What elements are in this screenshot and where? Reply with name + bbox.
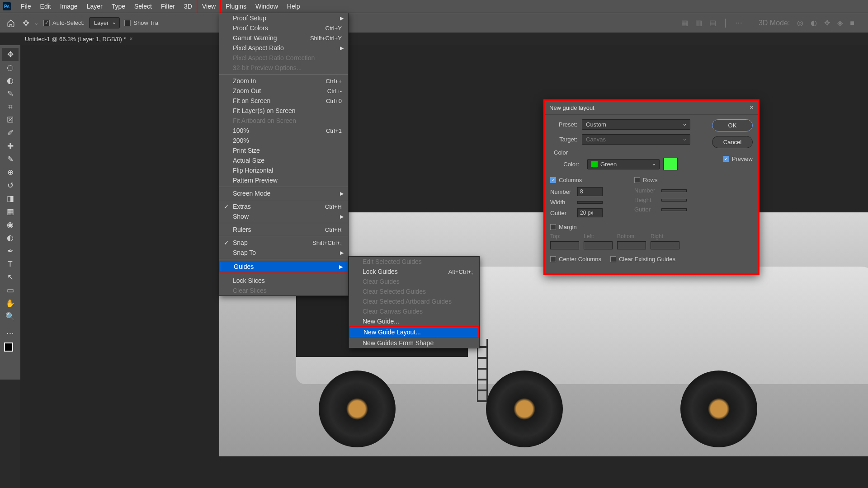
preview-checkbox[interactable] xyxy=(723,156,729,162)
blur-tool[interactable]: ◉ xyxy=(2,218,19,231)
menu-item-label: 200% xyxy=(233,137,249,144)
menu-file[interactable]: File xyxy=(16,0,36,13)
lasso-tool[interactable]: ◐ xyxy=(2,74,19,87)
align-icon[interactable]: ⋯ xyxy=(735,19,742,27)
guides-submenu-item-new-guide-[interactable]: New Guide... xyxy=(349,316,479,326)
view-menu-item-proof-setup[interactable]: Proof Setup▶ xyxy=(219,13,348,23)
align-icon[interactable]: ▥ xyxy=(695,19,702,27)
history-brush-tool[interactable]: ↺ xyxy=(2,179,19,192)
clone-stamp-tool[interactable]: ⊕ xyxy=(2,166,19,179)
document-tab[interactable]: Untitled-1 @ 66.3% (Layer 1, RGB/8) * × xyxy=(20,33,137,45)
view-menu-item-lock-slices[interactable]: Lock Slices xyxy=(219,276,348,286)
crop-tool[interactable]: ⌗ xyxy=(2,100,19,113)
margin-checkbox[interactable] xyxy=(550,224,556,230)
frame-tool[interactable]: ☒ xyxy=(2,113,19,127)
guides-submenu-item-new-guide-layout-[interactable]: New Guide Layout... xyxy=(349,326,479,338)
view-menu-item-snap[interactable]: SnapShift+Ctrl+; xyxy=(219,238,348,248)
magic-wand-tool[interactable]: ✎ xyxy=(2,87,19,100)
view-menu-item-print-size[interactable]: Print Size xyxy=(219,145,348,155)
columns-width-input[interactable] xyxy=(577,201,603,204)
view-menu-item-proof-colors[interactable]: Proof ColorsCtrl+Y xyxy=(219,23,348,33)
view-menu-item-pixel-aspect-ratio[interactable]: Pixel Aspect Ratio▶ xyxy=(219,43,348,53)
3d-icon[interactable]: ◈ xyxy=(837,19,843,27)
gradient-tool[interactable]: ▦ xyxy=(2,205,19,218)
menu-shortcut: Shift+Ctrl+Y xyxy=(310,35,342,42)
eraser-tool[interactable]: ◨ xyxy=(2,192,19,205)
3d-icon[interactable]: ■ xyxy=(850,19,854,27)
view-menu-item-pattern-preview[interactable]: Pattern Preview xyxy=(219,175,348,185)
view-menu-item-extras[interactable]: ExtrasCtrl+H xyxy=(219,202,348,211)
view-menu-item-show[interactable]: Show▶ xyxy=(219,211,348,221)
ok-button[interactable]: OK xyxy=(712,119,753,131)
path-select-tool[interactable]: ↖ xyxy=(2,271,19,284)
menu-filter[interactable]: Filter xyxy=(156,0,179,13)
menu-shortcut: Ctrl+H xyxy=(325,203,342,210)
center-columns-checkbox[interactable] xyxy=(550,256,556,262)
rows-checkbox[interactable] xyxy=(634,177,640,183)
zoom-tool[interactable]: 🔍 xyxy=(2,310,19,323)
show-transform-checkbox[interactable] xyxy=(124,20,131,26)
menu-help[interactable]: Help xyxy=(283,0,305,13)
view-menu-item-100-[interactable]: 100%Ctrl+1 xyxy=(219,126,348,136)
eyedropper-tool[interactable]: ✐ xyxy=(2,127,19,140)
cancel-button[interactable]: Cancel xyxy=(712,136,753,148)
brush-tool[interactable]: ✎ xyxy=(2,153,19,166)
edit-toolbar[interactable]: ⋯ xyxy=(2,327,19,340)
menu-plugins[interactable]: Plugins xyxy=(221,0,251,13)
chevron-down-icon[interactable]: ⌄ xyxy=(34,19,39,26)
view-menu-item-zoom-out[interactable]: Zoom OutCtrl+- xyxy=(219,86,348,96)
view-menu-item-gamut-warning[interactable]: Gamut WarningShift+Ctrl+Y xyxy=(219,33,348,43)
3d-icon[interactable]: ✥ xyxy=(824,19,830,27)
columns-number-input[interactable]: 8 xyxy=(577,187,603,196)
marquee-tool[interactable]: ◌ xyxy=(2,61,19,74)
move-tool[interactable]: ✥ xyxy=(2,48,19,61)
menu-window[interactable]: Window xyxy=(251,0,283,13)
preset-dropdown[interactable]: Custom xyxy=(582,119,690,130)
align-icon[interactable]: ▤ xyxy=(709,19,716,27)
clear-existing-checkbox[interactable] xyxy=(610,256,616,262)
width-label: Width xyxy=(550,199,577,206)
type-tool[interactable]: T xyxy=(2,258,19,271)
layer-dropdown[interactable]: Layer xyxy=(89,17,120,28)
hand-tool[interactable]: ✋ xyxy=(2,297,19,310)
menu-type[interactable]: Type xyxy=(107,0,130,13)
view-menu-item-rulers[interactable]: RulersCtrl+R xyxy=(219,225,348,235)
close-tab-icon[interactable]: × xyxy=(129,36,132,42)
healing-brush-tool[interactable]: ✚ xyxy=(2,140,19,153)
menu-view[interactable]: View xyxy=(197,0,221,14)
color-swatches[interactable] xyxy=(4,343,17,355)
target-dropdown[interactable]: Canvas xyxy=(582,134,690,145)
view-menu-item-fit-layer-s-on-screen[interactable]: Fit Layer(s) on Screen xyxy=(219,106,348,116)
color-swatch[interactable] xyxy=(663,158,678,170)
guides-submenu-item-new-guides-from-shape[interactable]: New Guides From Shape xyxy=(349,338,479,348)
view-menu-item-actual-size[interactable]: Actual Size xyxy=(219,155,348,165)
auto-select-checkbox[interactable] xyxy=(43,20,50,26)
columns-checkbox[interactable] xyxy=(550,177,556,183)
view-menu-item-flip-horizontal[interactable]: Flip Horizontal xyxy=(219,165,348,175)
align-icon[interactable]: │ xyxy=(723,19,728,27)
view-menu-item-snap-to[interactable]: Snap To▶ xyxy=(219,248,348,258)
pen-tool[interactable]: ✒ xyxy=(2,244,19,258)
align-icon[interactable]: ▦ xyxy=(681,19,688,27)
margin-top-input xyxy=(550,241,579,249)
columns-gutter-input[interactable]: 20 px xyxy=(577,208,603,217)
dialog-close-button[interactable]: × xyxy=(750,103,754,112)
view-menu-item-200-[interactable]: 200% xyxy=(219,136,348,145)
menu-image[interactable]: Image xyxy=(56,0,82,13)
home-button[interactable] xyxy=(4,16,18,30)
menu-edit[interactable]: Edit xyxy=(36,0,56,13)
menu-3d[interactable]: 3D xyxy=(179,0,197,13)
3d-icon[interactable]: ◐ xyxy=(811,19,817,27)
view-menu-item-fit-on-screen[interactable]: Fit on ScreenCtrl+0 xyxy=(219,96,348,106)
rectangle-tool[interactable]: ▭ xyxy=(2,284,19,297)
menu-select[interactable]: Select xyxy=(130,0,156,13)
dodge-tool[interactable]: ◐ xyxy=(2,231,19,244)
3d-icon[interactable]: ◎ xyxy=(797,19,803,27)
color-dropdown[interactable]: Green xyxy=(587,159,660,169)
guides-submenu-item-lock-guides[interactable]: Lock GuidesAlt+Ctrl+; xyxy=(349,267,479,277)
view-menu-item-screen-mode[interactable]: Screen Mode▶ xyxy=(219,188,348,198)
view-menu-item-guides[interactable]: Guides▶ xyxy=(219,261,348,272)
guides-submenu: Edit Selected GuidesLock GuidesAlt+Ctrl+… xyxy=(349,256,480,348)
menu-layer[interactable]: Layer xyxy=(82,0,107,13)
view-menu-item-zoom-in[interactable]: Zoom InCtrl++ xyxy=(219,76,348,86)
